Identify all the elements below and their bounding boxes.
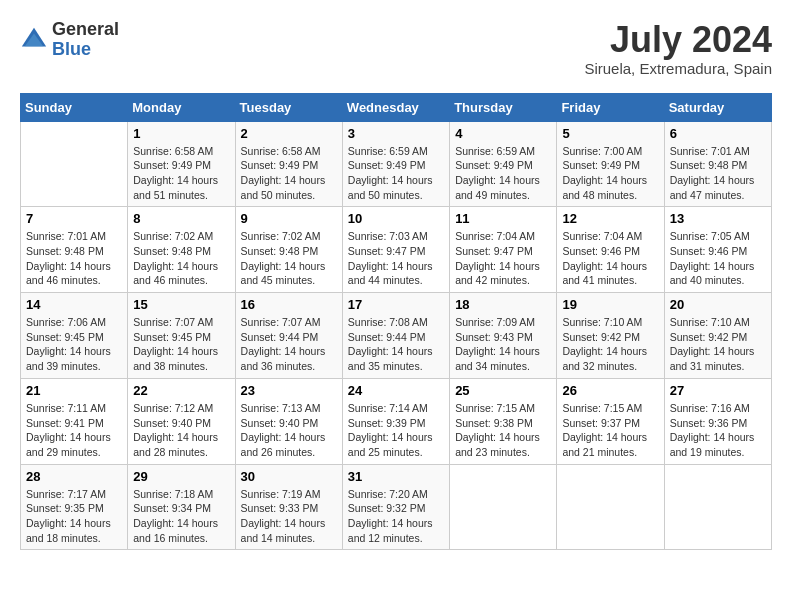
day-info: Sunrise: 7:06 AM Sunset: 9:45 PM Dayligh…	[26, 315, 122, 374]
calendar-cell: 2Sunrise: 6:58 AM Sunset: 9:49 PM Daylig…	[235, 121, 342, 207]
calendar-cell	[450, 464, 557, 550]
calendar-cell: 25Sunrise: 7:15 AM Sunset: 9:38 PM Dayli…	[450, 378, 557, 464]
day-info: Sunrise: 7:08 AM Sunset: 9:44 PM Dayligh…	[348, 315, 444, 374]
calendar-cell	[21, 121, 128, 207]
calendar-cell: 17Sunrise: 7:08 AM Sunset: 9:44 PM Dayli…	[342, 293, 449, 379]
calendar-cell: 12Sunrise: 7:04 AM Sunset: 9:46 PM Dayli…	[557, 207, 664, 293]
day-info: Sunrise: 7:05 AM Sunset: 9:46 PM Dayligh…	[670, 229, 766, 288]
day-number: 24	[348, 383, 444, 398]
day-number: 8	[133, 211, 229, 226]
calendar-cell: 14Sunrise: 7:06 AM Sunset: 9:45 PM Dayli…	[21, 293, 128, 379]
calendar-header-row: SundayMondayTuesdayWednesdayThursdayFrid…	[21, 93, 772, 121]
calendar-cell: 21Sunrise: 7:11 AM Sunset: 9:41 PM Dayli…	[21, 378, 128, 464]
day-number: 27	[670, 383, 766, 398]
day-number: 6	[670, 126, 766, 141]
calendar-cell: 22Sunrise: 7:12 AM Sunset: 9:40 PM Dayli…	[128, 378, 235, 464]
day-info: Sunrise: 7:09 AM Sunset: 9:43 PM Dayligh…	[455, 315, 551, 374]
day-number: 17	[348, 297, 444, 312]
day-info: Sunrise: 7:02 AM Sunset: 9:48 PM Dayligh…	[241, 229, 337, 288]
logo-general: General	[52, 19, 119, 39]
day-number: 21	[26, 383, 122, 398]
day-header-wednesday: Wednesday	[342, 93, 449, 121]
calendar-cell: 19Sunrise: 7:10 AM Sunset: 9:42 PM Dayli…	[557, 293, 664, 379]
day-number: 14	[26, 297, 122, 312]
calendar-cell: 23Sunrise: 7:13 AM Sunset: 9:40 PM Dayli…	[235, 378, 342, 464]
day-info: Sunrise: 6:58 AM Sunset: 9:49 PM Dayligh…	[133, 144, 229, 203]
calendar-week-row: 21Sunrise: 7:11 AM Sunset: 9:41 PM Dayli…	[21, 378, 772, 464]
logo: General Blue	[20, 20, 119, 60]
calendar-cell: 18Sunrise: 7:09 AM Sunset: 9:43 PM Dayli…	[450, 293, 557, 379]
calendar-cell: 8Sunrise: 7:02 AM Sunset: 9:48 PM Daylig…	[128, 207, 235, 293]
day-header-friday: Friday	[557, 93, 664, 121]
day-number: 9	[241, 211, 337, 226]
day-info: Sunrise: 6:59 AM Sunset: 9:49 PM Dayligh…	[455, 144, 551, 203]
day-header-tuesday: Tuesday	[235, 93, 342, 121]
calendar-cell: 29Sunrise: 7:18 AM Sunset: 9:34 PM Dayli…	[128, 464, 235, 550]
calendar-cell	[557, 464, 664, 550]
day-header-saturday: Saturday	[664, 93, 771, 121]
calendar-cell: 20Sunrise: 7:10 AM Sunset: 9:42 PM Dayli…	[664, 293, 771, 379]
day-number: 20	[670, 297, 766, 312]
day-info: Sunrise: 7:15 AM Sunset: 9:37 PM Dayligh…	[562, 401, 658, 460]
calendar-cell: 31Sunrise: 7:20 AM Sunset: 9:32 PM Dayli…	[342, 464, 449, 550]
day-info: Sunrise: 7:15 AM Sunset: 9:38 PM Dayligh…	[455, 401, 551, 460]
day-header-thursday: Thursday	[450, 93, 557, 121]
day-info: Sunrise: 6:58 AM Sunset: 9:49 PM Dayligh…	[241, 144, 337, 203]
day-number: 7	[26, 211, 122, 226]
day-number: 25	[455, 383, 551, 398]
day-number: 13	[670, 211, 766, 226]
day-number: 29	[133, 469, 229, 484]
month-title: July 2024	[584, 20, 772, 60]
day-number: 5	[562, 126, 658, 141]
day-info: Sunrise: 7:12 AM Sunset: 9:40 PM Dayligh…	[133, 401, 229, 460]
calendar-cell: 11Sunrise: 7:04 AM Sunset: 9:47 PM Dayli…	[450, 207, 557, 293]
day-info: Sunrise: 7:01 AM Sunset: 9:48 PM Dayligh…	[26, 229, 122, 288]
day-info: Sunrise: 7:07 AM Sunset: 9:45 PM Dayligh…	[133, 315, 229, 374]
calendar-cell: 3Sunrise: 6:59 AM Sunset: 9:49 PM Daylig…	[342, 121, 449, 207]
calendar-week-row: 28Sunrise: 7:17 AM Sunset: 9:35 PM Dayli…	[21, 464, 772, 550]
calendar-cell	[664, 464, 771, 550]
day-number: 16	[241, 297, 337, 312]
calendar-cell: 1Sunrise: 6:58 AM Sunset: 9:49 PM Daylig…	[128, 121, 235, 207]
calendar-cell: 5Sunrise: 7:00 AM Sunset: 9:49 PM Daylig…	[557, 121, 664, 207]
day-number: 15	[133, 297, 229, 312]
calendar-cell: 26Sunrise: 7:15 AM Sunset: 9:37 PM Dayli…	[557, 378, 664, 464]
day-info: Sunrise: 7:10 AM Sunset: 9:42 PM Dayligh…	[562, 315, 658, 374]
day-number: 3	[348, 126, 444, 141]
logo-text: General Blue	[52, 20, 119, 60]
page-header: General Blue July 2024 Siruela, Extremad…	[20, 20, 772, 77]
calendar-cell: 9Sunrise: 7:02 AM Sunset: 9:48 PM Daylig…	[235, 207, 342, 293]
location: Siruela, Extremadura, Spain	[584, 60, 772, 77]
day-number: 26	[562, 383, 658, 398]
calendar-cell: 10Sunrise: 7:03 AM Sunset: 9:47 PM Dayli…	[342, 207, 449, 293]
day-info: Sunrise: 7:20 AM Sunset: 9:32 PM Dayligh…	[348, 487, 444, 546]
day-info: Sunrise: 7:03 AM Sunset: 9:47 PM Dayligh…	[348, 229, 444, 288]
calendar-cell: 15Sunrise: 7:07 AM Sunset: 9:45 PM Dayli…	[128, 293, 235, 379]
day-info: Sunrise: 7:02 AM Sunset: 9:48 PM Dayligh…	[133, 229, 229, 288]
day-info: Sunrise: 7:11 AM Sunset: 9:41 PM Dayligh…	[26, 401, 122, 460]
day-number: 2	[241, 126, 337, 141]
day-number: 22	[133, 383, 229, 398]
calendar-cell: 16Sunrise: 7:07 AM Sunset: 9:44 PM Dayli…	[235, 293, 342, 379]
day-number: 28	[26, 469, 122, 484]
day-info: Sunrise: 7:10 AM Sunset: 9:42 PM Dayligh…	[670, 315, 766, 374]
day-number: 23	[241, 383, 337, 398]
title-block: July 2024 Siruela, Extremadura, Spain	[584, 20, 772, 77]
day-number: 4	[455, 126, 551, 141]
calendar-cell: 6Sunrise: 7:01 AM Sunset: 9:48 PM Daylig…	[664, 121, 771, 207]
calendar-cell: 24Sunrise: 7:14 AM Sunset: 9:39 PM Dayli…	[342, 378, 449, 464]
calendar-cell: 7Sunrise: 7:01 AM Sunset: 9:48 PM Daylig…	[21, 207, 128, 293]
day-info: Sunrise: 7:04 AM Sunset: 9:46 PM Dayligh…	[562, 229, 658, 288]
day-info: Sunrise: 7:01 AM Sunset: 9:48 PM Dayligh…	[670, 144, 766, 203]
day-info: Sunrise: 7:04 AM Sunset: 9:47 PM Dayligh…	[455, 229, 551, 288]
day-number: 11	[455, 211, 551, 226]
calendar-week-row: 1Sunrise: 6:58 AM Sunset: 9:49 PM Daylig…	[21, 121, 772, 207]
day-number: 10	[348, 211, 444, 226]
day-header-monday: Monday	[128, 93, 235, 121]
logo-icon	[20, 26, 48, 54]
day-info: Sunrise: 7:13 AM Sunset: 9:40 PM Dayligh…	[241, 401, 337, 460]
calendar-cell: 4Sunrise: 6:59 AM Sunset: 9:49 PM Daylig…	[450, 121, 557, 207]
calendar-week-row: 7Sunrise: 7:01 AM Sunset: 9:48 PM Daylig…	[21, 207, 772, 293]
day-number: 30	[241, 469, 337, 484]
day-header-sunday: Sunday	[21, 93, 128, 121]
